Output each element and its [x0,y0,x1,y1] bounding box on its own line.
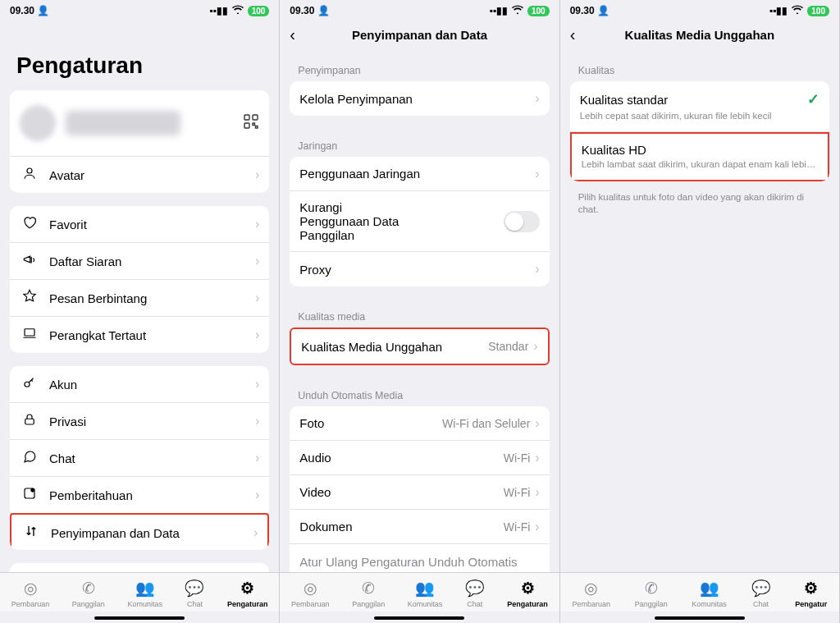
star-icon [20,289,39,307]
back-button[interactable]: ‹ [290,25,295,44]
nav-bar: ‹ Kualitas Media Unggahan [560,20,839,53]
document-row[interactable]: Dokumen Wi-Fi › [290,510,549,544]
avatar-label: Avatar [49,168,255,182]
broadcast-row[interactable]: Daftar Siaran › [10,243,269,280]
updates-icon: ◎ [584,579,598,598]
media-upload-quality-screen: 09.30 👤 ▪▪▮▮ 100 ‹ Kualitas Media Unggah… [560,0,840,623]
avatar-row[interactable]: Avatar › [10,157,269,193]
signal-icon: ▪▪▮▮ [489,5,508,16]
qr-icon[interactable] [243,113,259,134]
chat-label: Chat [49,451,255,465]
tab-updates[interactable]: ◎Pembaruan [291,579,330,608]
photo-row[interactable]: Foto Wi-Fi dan Seluler › [290,406,549,441]
community-icon: 👥 [415,579,435,598]
tab-settings[interactable]: ⚙Pengatur [795,579,827,608]
back-button[interactable]: ‹ [570,25,576,44]
chevron-right-icon: › [535,262,539,277]
tab-updates[interactable]: ◎Pembaruan [11,579,50,608]
proxy-label: Proxy [299,263,535,277]
settings-screen: 09.30 👤 ▪▪▮▮ 100 Pengaturan [0,0,280,623]
upload-quality-row[interactable]: Kualitas Media Unggahan Standar › [291,329,547,364]
hd-quality-row[interactable]: Kualitas HD Lebih lambat saat dikirim, u… [570,132,829,181]
tab-chats[interactable]: 💬Chat [185,579,204,608]
video-row[interactable]: Video Wi-Fi › [290,475,549,510]
help-row[interactable]: Bantuan › [10,563,269,572]
home-indicator [374,616,464,620]
manage-storage-label: Kelola Penyimpanan [299,92,535,106]
manage-storage-row[interactable]: Kelola Penyimpanan › [290,81,549,116]
profile-row[interactable] [10,90,269,157]
photo-label: Foto [299,416,442,430]
tab-calls[interactable]: ✆Panggilan [352,579,385,608]
person-icon: 👤 [597,5,609,16]
data-transfer-icon [21,524,41,542]
chevron-right-icon: › [535,451,539,465]
svg-rect-1 [253,115,258,120]
avatar-icon [20,166,39,184]
person-icon: 👤 [317,5,330,16]
notifications-row[interactable]: Pemberitahuan › [10,477,269,514]
linked-label: Perangkat Tertaut [49,328,255,342]
chevron-right-icon: › [533,339,537,354]
wifi-icon [792,5,803,16]
battery-badge: 100 [807,6,829,16]
tab-communities[interactable]: 👥Komunitas [692,579,727,608]
proxy-row[interactable]: Proxy › [290,252,549,286]
phone-icon: ✆ [645,579,658,598]
svg-rect-6 [25,329,34,336]
network-usage-row[interactable]: Penggunaan Jaringan › [290,157,549,191]
chevron-right-icon: › [255,217,259,231]
tab-communities[interactable]: 👥Komunitas [408,579,443,608]
section-media-quality: Kualitas media [286,300,552,328]
tab-bar: ◎Pembaruan ✆Panggilan 👥Komunitas 💬Chat ⚙… [280,572,559,612]
tab-bar: ◎Pembaruan ✆Panggilan 👥Komunitas 💬Chat ⚙… [560,572,839,612]
tab-chats[interactable]: 💬Chat [465,579,485,608]
network-usage-label: Penggunaan Jaringan [299,167,535,181]
gear-icon: ⚙ [521,579,535,598]
chevron-right-icon: › [255,291,259,305]
tab-bar: ◎Pembaruan ✆Panggilan 👥Komunitas 💬Chat ⚙… [0,572,279,612]
document-value: Wi-Fi [504,520,531,534]
standard-quality-row[interactable]: Kualitas standar ✓ Lebih cepat saat diki… [570,81,829,132]
status-bar: 09.30 👤 ▪▪▮▮ 100 [560,0,839,20]
tab-communities[interactable]: 👥Komunitas [127,579,162,608]
svg-point-10 [31,488,34,492]
section-storage: Penyimpanan [286,53,552,81]
photo-value: Wi-Fi dan Seluler [442,417,530,430]
chevron-right-icon: › [255,254,259,268]
reset-autodownload-row[interactable]: Atur Ulang Pengaturan Unduh Otomatis [290,544,549,572]
reduce-call-data-label: Kurangi Penggunaan Data Panggilan [299,200,401,242]
megaphone-icon [20,252,39,270]
starred-row[interactable]: Pesan Berbintang › [10,280,269,317]
privacy-label: Privasi [49,415,255,428]
starred-label: Pesan Berbintang [49,291,255,305]
quality-footer: Pilih kualitas untuk foto dan video yang… [567,186,833,225]
chat-settings-row[interactable]: Chat › [10,440,269,477]
chevron-right-icon: › [255,414,259,428]
privacy-row[interactable]: Privasi › [10,403,269,440]
tab-chats[interactable]: 💬Chat [751,579,771,608]
tab-settings[interactable]: ⚙Pengaturan [227,579,268,608]
phone-icon: ✆ [362,579,375,598]
updates-icon: ◎ [24,579,38,598]
home-indicator [655,616,745,620]
status-time: 09.30 [10,5,34,16]
document-label: Dokumen [299,520,503,534]
audio-row[interactable]: Audio Wi-Fi › [290,441,549,475]
svg-rect-4 [256,126,258,128]
nav-title: Kualitas Media Unggahan [625,28,775,42]
community-icon: 👥 [700,579,719,598]
status-time: 09.30 [290,5,314,16]
chevron-right-icon: › [535,91,539,106]
tab-calls[interactable]: ✆Panggilan [635,579,668,608]
tab-settings[interactable]: ⚙Pengaturan [507,579,548,608]
battery-badge: 100 [527,6,550,16]
storage-data-row[interactable]: Penyimpanan dan Data › [10,513,269,550]
tab-updates[interactable]: ◎Pembaruan [572,579,610,608]
reduce-call-data-toggle[interactable] [504,211,540,232]
reduce-call-data-row[interactable]: Kurangi Penggunaan Data Panggilan [290,191,549,252]
account-row[interactable]: Akun › [10,366,269,403]
favorite-row[interactable]: Favorit › [10,206,269,243]
linked-devices-row[interactable]: Perangkat Tertaut › [10,317,269,353]
tab-calls[interactable]: ✆Panggilan [72,579,105,608]
